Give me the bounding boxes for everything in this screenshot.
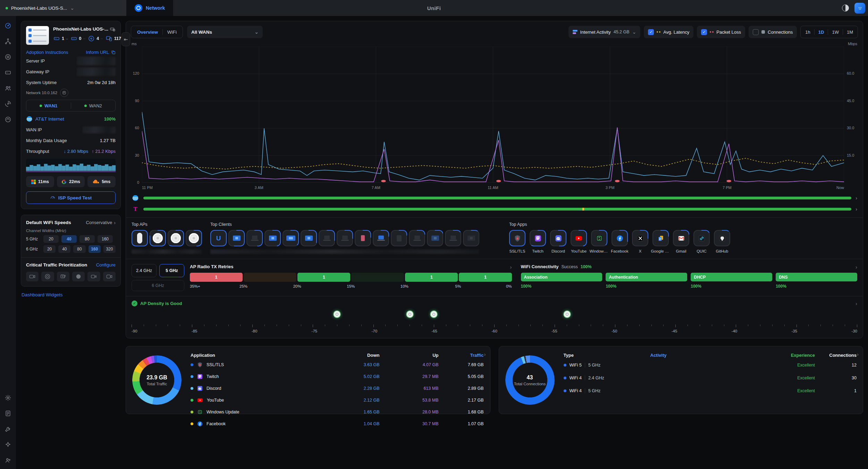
top-client-tile-10[interactable] (373, 230, 389, 246)
top-client-tile-14[interactable] (445, 230, 461, 246)
top-ap-tile-1[interactable] (132, 230, 148, 246)
isp-speed-test-button[interactable]: ISP Speed Test (26, 191, 116, 204)
sidebar-item-unifi-devices[interactable] (3, 52, 12, 61)
avg-latency-checkbox[interactable]: ✓ (648, 29, 654, 35)
inform-url-link[interactable]: Inform URL (86, 50, 116, 55)
toggle-connections[interactable]: Connections (749, 26, 797, 38)
tab-wifi[interactable]: WiFi (163, 30, 181, 35)
top-app-github[interactable]: GitHub (714, 230, 730, 253)
table-row-ssl-tls[interactable]: SSL/TLS3.63 GB4.07 GB7.69 GB (191, 360, 484, 369)
width-chip-320[interactable]: 320 (103, 245, 116, 253)
width-chip-80[interactable]: 80 (73, 245, 85, 253)
table-row-wifi-4-2-4-ghz[interactable]: WiFi 42.4 GHzExcellent30 (564, 373, 857, 383)
table-row-wifi-4-5-ghz[interactable]: WiFi 45 GHzExcellent1 (564, 386, 857, 396)
top-app-discord[interactable]: Discord (550, 230, 566, 253)
sidebar-item-insights[interactable] (3, 99, 12, 108)
top-ap-tile-4[interactable] (186, 230, 202, 246)
connections-card-chevron[interactable]: › (857, 351, 859, 357)
wan2-tab[interactable]: WAN2 (71, 100, 116, 111)
col-traffic[interactable]: Traffic (439, 353, 484, 358)
table-row-youtube[interactable]: YouTube2.12 GB53.8 MB2.17 GB (191, 396, 484, 404)
range-1d[interactable]: 1D (815, 30, 828, 35)
network-tab[interactable]: Network (126, 0, 173, 16)
top-app-windows-[interactable]: Windows ... (591, 230, 607, 253)
width-chip-80[interactable]: 80 (79, 235, 95, 243)
width-chip-40[interactable]: 40 (58, 245, 70, 253)
internet-activity-selector[interactable]: Internet Activity 45.2 GB ⌄ (568, 26, 641, 38)
connections-checkbox[interactable] (753, 29, 759, 35)
band-button-2.4ghz[interactable]: 2.4 GHz (132, 264, 157, 277)
table-row-discord[interactable]: Discord2.28 GB613 MB2.89 GB (191, 384, 484, 393)
top-client-tile-7[interactable] (319, 230, 335, 246)
toggle-avg-latency[interactable]: ✓Avg. Latency (644, 26, 693, 38)
packet-loss-checkbox[interactable]: ✓ (701, 29, 707, 35)
top-app-ssl-tls[interactable]: SSL/TLS (509, 230, 525, 253)
dashboard-widgets-link[interactable]: Dashboard Widgets (22, 292, 121, 297)
ap-density-chevron[interactable]: › (856, 301, 857, 306)
ctp-app-meet-icon[interactable] (72, 272, 85, 281)
device-settings-icon[interactable] (110, 26, 116, 32)
range-1h[interactable]: 1h (801, 30, 814, 35)
release-notes-button[interactable] (60, 89, 68, 97)
top-client-tile-1[interactable]: U (210, 230, 227, 246)
sidebar-item-admins[interactable] (3, 456, 12, 465)
top-app-x[interactable]: X (632, 230, 648, 253)
traffic-card-chevron[interactable]: › (484, 351, 486, 357)
width-chip-160[interactable]: 160 (98, 235, 113, 243)
adoption-instructions-link[interactable]: Adoption Instructions (26, 50, 68, 55)
ctp-app-facetime-icon[interactable] (103, 272, 116, 281)
sidebar-item-topology[interactable] (3, 37, 12, 46)
top-app-gmail[interactable]: Gmail (673, 230, 689, 253)
isp-link[interactable]: AT&T Internet (26, 116, 64, 122)
top-app-youtube[interactable]: YouTube (571, 230, 587, 253)
top-client-tile-8[interactable] (337, 230, 353, 246)
theme-toggle-icon[interactable] (842, 5, 849, 11)
ctp-app-teams-icon[interactable] (57, 272, 69, 281)
ctp-app-zoom-icon[interactable] (26, 272, 39, 281)
collapse-panel-button[interactable]: ⇤ (121, 32, 130, 46)
user-avatar[interactable] (854, 3, 865, 14)
wan1-tab[interactable]: WAN1 (26, 100, 71, 111)
top-client-tile-4[interactable] (264, 230, 281, 246)
sidebar-item-support[interactable] (3, 425, 12, 434)
tab-overview[interactable]: Overview (133, 30, 162, 35)
range-1m[interactable]: 1M (843, 30, 857, 35)
tx-retries-chevron[interactable]: › (510, 264, 512, 270)
width-chip-20[interactable]: 20 (43, 245, 56, 253)
top-client-tile-6[interactable] (301, 230, 317, 246)
table-row-twitch[interactable]: Twitch5.02 GB29.7 MB5.05 GB (191, 372, 484, 381)
width-chip-20[interactable]: 20 (43, 235, 59, 243)
top-client-tile-15[interactable] (463, 230, 479, 246)
top-client-tile-2[interactable] (228, 230, 245, 246)
sidebar-item-whats-new[interactable] (3, 440, 12, 449)
table-row-wifi-5-5-ghz[interactable]: WiFi 55 GHzExcellent12 (564, 360, 857, 370)
top-client-tile-12[interactable] (409, 230, 425, 246)
band-button-5ghz[interactable]: 5 GHz (159, 264, 184, 277)
top-client-tile-11[interactable] (391, 230, 407, 246)
sidebar-item-clients[interactable] (3, 84, 12, 93)
chevron-right-icon[interactable]: › (856, 207, 857, 212)
top-app-quic[interactable]: QUIC (693, 230, 710, 253)
sidebar-item-port-manager[interactable] (3, 68, 12, 77)
range-1w[interactable]: 1W (828, 30, 843, 35)
sidebar-item-wifiman[interactable] (3, 115, 12, 124)
ctp-app-webex-icon[interactable] (41, 272, 54, 281)
top-app-twitch[interactable]: Twitch (530, 230, 546, 253)
wifi-connectivity-chevron[interactable]: › (856, 264, 857, 270)
top-client-tile-5[interactable] (283, 230, 299, 246)
sidebar-item-dashboard[interactable] (3, 21, 12, 30)
ctp-app-duo-icon[interactable] (87, 272, 100, 281)
top-client-tile-3[interactable] (246, 230, 263, 246)
table-row-facebook[interactable]: Facebook1.04 GB30.7 MB1.07 GB (191, 419, 484, 428)
top-app-facebook[interactable]: Facebook (612, 230, 628, 253)
width-chip-40[interactable]: 40 (61, 235, 77, 243)
sidebar-item-settings[interactable] (3, 393, 12, 402)
top-app-google-u-[interactable]: Google U... (652, 230, 669, 253)
top-ap-tile-3[interactable] (168, 230, 184, 246)
site-switcher[interactable]: PhoenixNet-Labs UOS-S... ⌄ (0, 0, 126, 16)
top-ap-tile-2[interactable] (150, 230, 166, 246)
band-button-6ghz[interactable]: 6 GHz (132, 280, 184, 291)
table-row-windows-update[interactable]: Windows Update1.65 GB28.0 MB1.68 GB (191, 408, 484, 416)
chevron-right-icon[interactable]: › (856, 196, 857, 200)
configure-link[interactable]: Configure (96, 262, 116, 268)
